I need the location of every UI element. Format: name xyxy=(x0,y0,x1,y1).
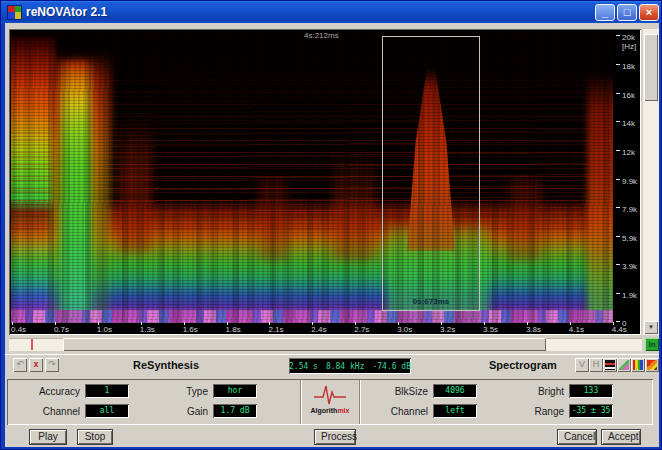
delete-selection-button[interactable]: x xyxy=(29,358,43,372)
gain-label: Gain xyxy=(175,406,213,417)
channel-synth-value[interactable]: all xyxy=(85,404,129,418)
cancel-button[interactable]: Cancel xyxy=(557,429,597,445)
channel-synth-label: Channel xyxy=(37,406,85,417)
close-button[interactable]: × xyxy=(639,4,659,21)
blksize-label: BlkSize xyxy=(387,386,433,397)
redo-icon[interactable]: ↷ xyxy=(45,358,59,372)
process-button[interactable]: Process xyxy=(314,429,356,445)
vertical-scrollbar[interactable]: ▼ xyxy=(643,29,659,335)
time-tick: 3.2s xyxy=(440,324,455,335)
channel-view-value[interactable]: left xyxy=(433,404,477,418)
time-tick: 0.7s xyxy=(54,324,69,335)
readout-time: 2.54 s xyxy=(289,362,318,371)
freq-tick: 20k xyxy=(615,33,641,42)
freq-tick: 12k xyxy=(615,148,641,157)
window-title: reNOVAtor 2.1 xyxy=(26,5,595,19)
resynthesis-section-title: ReSynthesis xyxy=(133,359,199,371)
heatmap-palette-button[interactable] xyxy=(645,358,659,372)
control-panel: Accuracy 1 Channel all Type hor Gain 1.7… xyxy=(7,379,653,425)
channel-view-label: Channel xyxy=(387,406,433,417)
undo-icon[interactable]: ↶ xyxy=(13,358,27,372)
selection-length-label: 0s:673ms xyxy=(382,297,480,306)
freq-unit: [Hz] xyxy=(615,42,641,51)
wave-display-button[interactable] xyxy=(603,358,617,372)
time-tick: 3.0s xyxy=(397,324,412,335)
time-tick: 1.6s xyxy=(183,324,198,335)
minimize-button[interactable]: _ xyxy=(595,4,615,21)
play-button[interactable]: Play xyxy=(29,429,67,445)
selection-time-label: 4s:212ms xyxy=(304,31,376,40)
horizontal-scrollbar-thumb[interactable] xyxy=(63,338,546,351)
spectrogram-canvas[interactable]: 4s:212ms 0s:673ms xyxy=(11,31,613,323)
time-tick: 3.5s xyxy=(483,324,498,335)
toolbar: ↶ x ↷ ReSynthesis 2.54 s 8.84 kHz -74.6 … xyxy=(5,354,659,377)
transport-bar: Play Stop Process Cancel Accept xyxy=(5,428,659,447)
selection-tool-button[interactable] xyxy=(617,358,631,372)
time-axis: 0.4s 0.7s 1.0s 1.3s 1.6s 1.8s 2.1s 2.4s … xyxy=(11,324,627,335)
time-tick: 1.3s xyxy=(140,324,155,335)
vertical-scrollbar-thumb[interactable] xyxy=(644,34,658,101)
horizontal-scrollbar[interactable] xyxy=(9,338,642,351)
freq-tick: 1.9k xyxy=(615,291,641,300)
readout-freq: 8.84 kHz xyxy=(326,362,365,371)
range-label: Range xyxy=(529,406,569,417)
playhead-marker xyxy=(31,339,33,350)
bright-value[interactable]: 133 xyxy=(569,384,613,398)
time-tick: 2.4s xyxy=(311,324,326,335)
algorithmix-logo: Algorithmix xyxy=(301,379,359,425)
time-tick: 1.8s xyxy=(226,324,241,335)
view-horizontal-button[interactable]: H xyxy=(589,358,603,372)
range-value[interactable]: -35 ± 35 xyxy=(569,404,613,418)
time-tick: 3.8s xyxy=(526,324,541,335)
type-value[interactable]: hor xyxy=(213,384,257,398)
app-icon xyxy=(7,5,22,20)
color-palette-button[interactable] xyxy=(631,358,645,372)
pulse-waveform-icon xyxy=(313,383,347,407)
time-tick: 2.7s xyxy=(354,324,369,335)
time-tick: 1.0s xyxy=(97,324,112,335)
freq-tick: 14k xyxy=(615,119,641,128)
accept-button[interactable]: Accept xyxy=(601,429,641,445)
accuracy-label: Accuracy xyxy=(37,386,85,397)
time-tick: 4.4s xyxy=(612,324,627,335)
type-label: Type xyxy=(175,386,213,397)
stop-button[interactable]: Stop xyxy=(77,429,113,445)
client-area: 4s:212ms 0s:673ms 20k [Hz] 18k 16k 14k 1… xyxy=(5,23,659,447)
scroll-down-icon[interactable]: ▼ xyxy=(644,321,658,334)
freq-tick: 7.9k xyxy=(615,205,641,214)
gain-value[interactable]: 1.7 dB xyxy=(213,404,257,418)
maximize-button[interactable]: □ xyxy=(617,4,637,21)
view-vertical-button[interactable]: V xyxy=(575,358,589,372)
accuracy-value[interactable]: 1 xyxy=(85,384,129,398)
plot-panel: 4s:212ms 0s:673ms 20k [Hz] 18k 16k 14k 1… xyxy=(9,29,641,335)
app-window: reNOVAtor 2.1 _ □ × xyxy=(0,0,662,450)
freq-tick: 3.9k xyxy=(615,262,641,271)
cursor-readout: 2.54 s 8.84 kHz -74.6 dB xyxy=(289,358,411,374)
time-tick: 2.1s xyxy=(268,324,283,335)
blksize-value[interactable]: 4096 xyxy=(433,384,477,398)
title-bar[interactable]: reNOVAtor 2.1 _ □ × xyxy=(1,1,662,23)
selection-rectangle[interactable] xyxy=(382,36,480,311)
wave-display-icon xyxy=(605,360,615,370)
readout-level: -74.6 dB xyxy=(372,362,411,371)
time-tick: 0.4s xyxy=(11,324,26,335)
freq-tick: 18k xyxy=(615,62,641,71)
time-tick: 4.1s xyxy=(569,324,584,335)
color-palette-icon xyxy=(633,360,643,370)
freq-tick: 5.9k xyxy=(615,234,641,243)
freq-tick: 16k xyxy=(615,91,641,100)
selection-tool-icon xyxy=(619,360,629,370)
freq-tick: 9.9k xyxy=(615,177,641,186)
spectrogram-section-title: Spectrogram xyxy=(489,359,557,371)
scale-toggle-button[interactable]: ln xyxy=(645,338,659,351)
bright-label: Bright xyxy=(529,386,569,397)
heatmap-palette-icon xyxy=(647,360,657,370)
